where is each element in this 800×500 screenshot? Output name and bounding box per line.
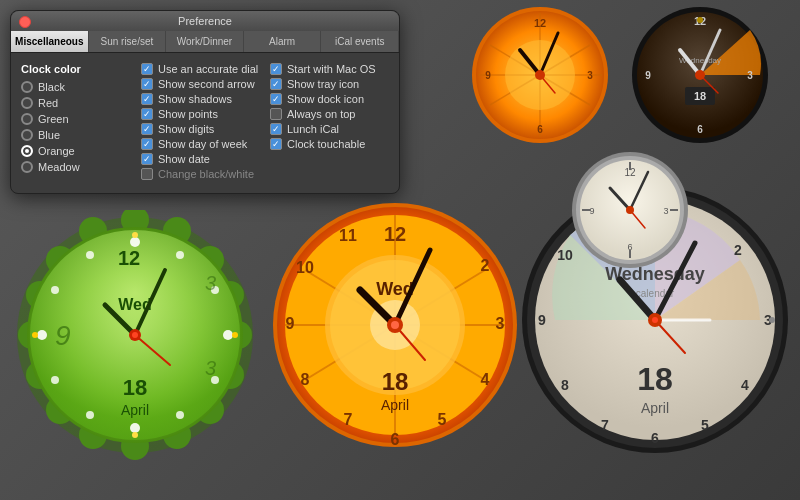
tab-ical[interactable]: iCal events — [321, 31, 399, 52]
svg-point-46 — [132, 332, 138, 338]
radio-meadow[interactable]: Meadow — [21, 161, 131, 173]
svg-point-25 — [37, 330, 47, 340]
checkbox-right-2[interactable]: Show dock icon — [270, 93, 389, 105]
checkbox-box[interactable] — [141, 153, 153, 165]
svg-text:2: 2 — [734, 242, 742, 258]
svg-text:6: 6 — [537, 124, 543, 135]
radio-label-meadow: Meadow — [38, 161, 80, 173]
svg-point-34 — [86, 251, 94, 259]
svg-text:6: 6 — [697, 124, 703, 135]
checkbox-box[interactable] — [270, 138, 282, 150]
radio-orange[interactable]: Orange — [21, 145, 131, 157]
checkbox-box[interactable] — [270, 63, 282, 75]
checkbox-box[interactable] — [270, 93, 282, 105]
radio-black[interactable]: Black — [21, 81, 131, 93]
svg-point-22 — [232, 332, 238, 338]
svg-text:9: 9 — [55, 320, 71, 351]
svg-text:12: 12 — [384, 223, 406, 245]
svg-point-105 — [769, 317, 775, 323]
checkbox-left-0[interactable]: Use an accurate dial — [141, 63, 260, 75]
checkbox-left-5[interactable]: Show day of week — [141, 138, 260, 150]
svg-text:9: 9 — [538, 312, 546, 328]
svg-text:3: 3 — [747, 70, 753, 81]
svg-text:6: 6 — [391, 431, 400, 448]
checkbox-label: Show shadows — [158, 93, 232, 105]
svg-point-24 — [132, 432, 138, 438]
radio-group: BlackRedGreenBlueOrangeMeadow — [21, 81, 131, 173]
svg-text:11: 11 — [339, 227, 357, 244]
checkbox-label: Use an accurate dial — [158, 63, 258, 75]
checkbox-box[interactable] — [141, 93, 153, 105]
svg-text:12: 12 — [118, 247, 140, 269]
svg-text:3: 3 — [663, 206, 668, 216]
checkbox-label: Change black/white — [158, 168, 254, 180]
checkbox-left-1[interactable]: Show second arrow — [141, 78, 260, 90]
svg-text:9: 9 — [645, 70, 651, 81]
checkbox-box[interactable] — [141, 138, 153, 150]
svg-text:8: 8 — [561, 377, 569, 393]
radio-red[interactable]: Red — [21, 97, 131, 109]
checkbox-box[interactable] — [141, 123, 153, 135]
preference-panel: Preference Miscellaneous Sun rise/set Wo… — [10, 10, 400, 194]
tab-bar: Miscellaneous Sun rise/set Work/Dinner A… — [11, 31, 399, 53]
checkbox-right-1[interactable]: Show tray icon — [270, 78, 389, 90]
svg-text:9: 9 — [589, 206, 594, 216]
checkbox-left-2[interactable]: Show shadows — [141, 93, 260, 105]
window-title: Preference — [178, 15, 232, 27]
svg-point-21 — [223, 330, 233, 340]
title-bar: Preference — [11, 11, 399, 31]
clock-color-section: Clock color BlackRedGreenBlueOrangeMeado… — [21, 63, 131, 183]
checkbox-right-5[interactable]: Clock touchable — [270, 138, 389, 150]
svg-text:6: 6 — [651, 430, 659, 446]
radio-circle-red — [21, 97, 33, 109]
checkbox-box[interactable] — [270, 78, 282, 90]
svg-point-30 — [176, 411, 184, 419]
checkbox-label: Show tray icon — [287, 78, 359, 90]
svg-point-31 — [86, 411, 94, 419]
svg-text:18: 18 — [694, 90, 706, 102]
orange-clock-small: 12 3 6 9 — [470, 5, 610, 145]
svg-point-19 — [130, 237, 140, 247]
svg-text:April: April — [381, 397, 409, 413]
tab-workdinner[interactable]: Work/Dinner — [166, 31, 244, 52]
radio-blue[interactable]: Blue — [21, 129, 131, 141]
svg-point-79 — [391, 321, 399, 329]
checkbox-box[interactable] — [141, 78, 153, 90]
checkbox-box[interactable] — [141, 63, 153, 75]
radio-circle-blue — [21, 129, 33, 141]
checkbox-label: Always on top — [287, 108, 355, 120]
svg-point-32 — [51, 376, 59, 384]
svg-text:5: 5 — [438, 411, 447, 428]
svg-text:18: 18 — [123, 375, 147, 400]
checkbox-box[interactable] — [141, 168, 153, 180]
checkbox-box[interactable] — [141, 108, 153, 120]
svg-point-27 — [176, 251, 184, 259]
checkbox-label: Show day of week — [158, 138, 247, 150]
svg-text:7: 7 — [344, 411, 353, 428]
svg-point-103 — [652, 317, 658, 323]
right-checkboxes: Start with Mac OSShow tray iconShow dock… — [270, 63, 389, 183]
checkbox-label: Show digits — [158, 123, 214, 135]
checkbox-box[interactable] — [270, 108, 282, 120]
svg-point-124 — [535, 70, 545, 80]
checkbox-left-3[interactable]: Show points — [141, 108, 260, 120]
tab-miscellaneous[interactable]: Miscellaneous — [11, 31, 89, 52]
radio-circle-green — [21, 113, 33, 125]
tab-alarm[interactable]: Alarm — [244, 31, 322, 52]
svg-text:8: 8 — [301, 371, 310, 388]
checkbox-right-3[interactable]: Always on top — [270, 108, 389, 120]
checkbox-right-4[interactable]: Lunch iCal — [270, 123, 389, 135]
close-button[interactable] — [19, 16, 31, 28]
tab-sunrise[interactable]: Sun rise/set — [89, 31, 167, 52]
checkbox-left-7[interactable]: Change black/white — [141, 168, 260, 180]
checkbox-label: Show points — [158, 108, 218, 120]
checkbox-left-4[interactable]: Show digits — [141, 123, 260, 135]
checkbox-box[interactable] — [270, 123, 282, 135]
svg-text:4: 4 — [741, 377, 749, 393]
checkbox-left-6[interactable]: Show date — [141, 153, 260, 165]
svg-text:3: 3 — [496, 315, 505, 332]
checkbox-right-0[interactable]: Start with Mac OS — [270, 63, 389, 75]
svg-point-33 — [51, 286, 59, 294]
radio-green[interactable]: Green — [21, 113, 131, 125]
green-clock: 9 3 3 12 Wed 18 April — [10, 210, 260, 460]
